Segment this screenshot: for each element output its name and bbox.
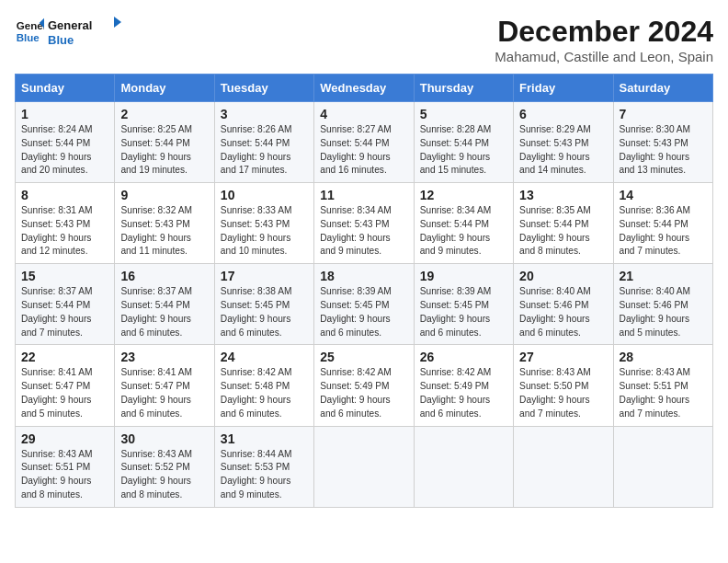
day-number: 10 [221, 188, 308, 202]
cell-info: Sunrise: 8:26 AMSunset: 5:44 PMDaylight:… [221, 123, 308, 178]
logo-icon: General Blue [15, 17, 44, 46]
calendar-header: SundayMondayTuesdayWednesdayThursdayFrid… [16, 75, 713, 102]
day-number: 16 [120, 269, 208, 283]
col-header-thursday: Thursday [414, 75, 513, 102]
cell-info: Sunrise: 8:42 AMSunset: 5:49 PMDaylight:… [420, 366, 507, 420]
cell-info: Sunrise: 8:43 AMSunset: 5:51 PMDaylight:… [21, 448, 108, 502]
header-row: SundayMondayTuesdayWednesdayThursdayFrid… [16, 75, 713, 102]
cell-info: Sunrise: 8:33 AMSunset: 5:43 PMDaylight:… [221, 204, 308, 259]
day-number: 6 [519, 107, 607, 121]
cell-info: Sunrise: 8:25 AMSunset: 5:44 PMDaylight:… [120, 123, 208, 178]
calendar-cell: 12Sunrise: 8:34 AMSunset: 5:44 PMDayligh… [414, 183, 513, 264]
calendar-body: 1Sunrise: 8:24 AMSunset: 5:44 PMDaylight… [16, 102, 713, 508]
calendar-cell: 1Sunrise: 8:24 AMSunset: 5:44 PMDaylight… [16, 102, 115, 183]
calendar-cell [314, 426, 414, 507]
calendar-cell: 13Sunrise: 8:35 AMSunset: 5:44 PMDayligh… [514, 183, 613, 264]
svg-text:General: General [48, 18, 92, 32]
calendar-cell: 29Sunrise: 8:43 AMSunset: 5:51 PMDayligh… [16, 426, 115, 507]
day-number: 3 [221, 107, 308, 121]
calendar-cell: 4Sunrise: 8:27 AMSunset: 5:44 PMDaylight… [314, 102, 414, 183]
week-row-3: 15Sunrise: 8:37 AMSunset: 5:44 PMDayligh… [16, 264, 713, 345]
calendar-cell: 20Sunrise: 8:40 AMSunset: 5:46 PMDayligh… [514, 264, 613, 345]
day-number: 27 [519, 350, 607, 364]
day-number: 14 [620, 188, 707, 202]
logo: General Blue General Blue [15, 15, 121, 48]
calendar-cell: 23Sunrise: 8:41 AMSunset: 5:47 PMDayligh… [115, 345, 214, 426]
day-number: 23 [120, 350, 208, 364]
cell-info: Sunrise: 8:34 AMSunset: 5:43 PMDaylight:… [320, 204, 407, 259]
calendar-cell: 9Sunrise: 8:32 AMSunset: 5:43 PMDaylight… [115, 183, 214, 264]
cell-info: Sunrise: 8:42 AMSunset: 5:48 PMDaylight:… [221, 366, 308, 420]
calendar-cell: 5Sunrise: 8:28 AMSunset: 5:44 PMDaylight… [414, 102, 513, 183]
cell-info: Sunrise: 8:41 AMSunset: 5:47 PMDaylight:… [21, 366, 108, 420]
day-number: 21 [620, 269, 707, 283]
day-number: 18 [320, 269, 407, 283]
calendar-cell: 17Sunrise: 8:38 AMSunset: 5:45 PMDayligh… [214, 264, 313, 345]
week-row-2: 8Sunrise: 8:31 AMSunset: 5:43 PMDaylight… [16, 183, 713, 264]
calendar-cell: 8Sunrise: 8:31 AMSunset: 5:43 PMDaylight… [16, 183, 115, 264]
week-row-5: 29Sunrise: 8:43 AMSunset: 5:51 PMDayligh… [16, 426, 713, 507]
calendar-cell: 2Sunrise: 8:25 AMSunset: 5:44 PMDaylight… [115, 102, 214, 183]
cell-info: Sunrise: 8:43 AMSunset: 5:51 PMDaylight:… [620, 366, 707, 420]
day-number: 7 [620, 107, 707, 121]
col-header-wednesday: Wednesday [314, 75, 414, 102]
cell-info: Sunrise: 8:42 AMSunset: 5:49 PMDaylight:… [320, 366, 407, 420]
cell-info: Sunrise: 8:29 AMSunset: 5:43 PMDaylight:… [519, 123, 607, 178]
cell-info: Sunrise: 8:38 AMSunset: 5:45 PMDaylight:… [221, 285, 308, 339]
calendar-cell [414, 426, 513, 507]
day-number: 22 [21, 350, 108, 364]
calendar-cell: 7Sunrise: 8:30 AMSunset: 5:43 PMDaylight… [613, 102, 712, 183]
calendar-cell: 3Sunrise: 8:26 AMSunset: 5:44 PMDaylight… [214, 102, 313, 183]
cell-info: Sunrise: 8:37 AMSunset: 5:44 PMDaylight:… [120, 285, 208, 339]
day-number: 11 [320, 188, 407, 202]
week-row-4: 22Sunrise: 8:41 AMSunset: 5:47 PMDayligh… [16, 345, 713, 426]
calendar-cell: 15Sunrise: 8:37 AMSunset: 5:44 PMDayligh… [16, 264, 115, 345]
col-header-friday: Friday [514, 75, 613, 102]
calendar-cell: 24Sunrise: 8:42 AMSunset: 5:48 PMDayligh… [214, 345, 313, 426]
calendar-cell: 25Sunrise: 8:42 AMSunset: 5:49 PMDayligh… [314, 345, 414, 426]
cell-info: Sunrise: 8:40 AMSunset: 5:46 PMDaylight:… [620, 285, 707, 339]
calendar-cell: 18Sunrise: 8:39 AMSunset: 5:45 PMDayligh… [314, 264, 414, 345]
logo-svg: General Blue [48, 15, 121, 48]
col-header-tuesday: Tuesday [214, 75, 313, 102]
calendar-cell [613, 426, 712, 507]
cell-info: Sunrise: 8:28 AMSunset: 5:44 PMDaylight:… [420, 123, 507, 178]
calendar-cell: 19Sunrise: 8:39 AMSunset: 5:45 PMDayligh… [414, 264, 513, 345]
cell-info: Sunrise: 8:36 AMSunset: 5:44 PMDaylight:… [620, 204, 707, 259]
day-number: 28 [620, 350, 707, 364]
day-number: 25 [320, 350, 407, 364]
page-title: December 2024 [495, 15, 713, 49]
svg-text:Blue: Blue [48, 33, 74, 47]
day-number: 20 [519, 269, 607, 283]
day-number: 19 [420, 269, 507, 283]
day-number: 26 [420, 350, 507, 364]
calendar-cell: 10Sunrise: 8:33 AMSunset: 5:43 PMDayligh… [214, 183, 313, 264]
calendar-cell: 26Sunrise: 8:42 AMSunset: 5:49 PMDayligh… [414, 345, 513, 426]
day-number: 1 [21, 107, 108, 121]
day-number: 12 [420, 188, 507, 202]
title-block: December 2024 Mahamud, Castille and Leon… [495, 15, 713, 64]
cell-info: Sunrise: 8:43 AMSunset: 5:52 PMDaylight:… [120, 448, 208, 502]
calendar-cell: 22Sunrise: 8:41 AMSunset: 5:47 PMDayligh… [16, 345, 115, 426]
cell-info: Sunrise: 8:32 AMSunset: 5:43 PMDaylight:… [120, 204, 208, 259]
col-header-monday: Monday [115, 75, 214, 102]
col-header-sunday: Sunday [16, 75, 115, 102]
week-row-1: 1Sunrise: 8:24 AMSunset: 5:44 PMDaylight… [16, 102, 713, 183]
cell-info: Sunrise: 8:39 AMSunset: 5:45 PMDaylight:… [420, 285, 507, 339]
day-number: 4 [320, 107, 407, 121]
cell-info: Sunrise: 8:40 AMSunset: 5:46 PMDaylight:… [519, 285, 607, 339]
day-number: 30 [120, 431, 208, 446]
cell-info: Sunrise: 8:31 AMSunset: 5:43 PMDaylight:… [21, 204, 108, 259]
page-subtitle: Mahamud, Castille and Leon, Spain [495, 49, 713, 64]
cell-info: Sunrise: 8:27 AMSunset: 5:44 PMDaylight:… [320, 123, 407, 178]
calendar-cell [514, 426, 613, 507]
calendar-cell: 14Sunrise: 8:36 AMSunset: 5:44 PMDayligh… [613, 183, 712, 264]
cell-info: Sunrise: 8:44 AMSunset: 5:53 PMDaylight:… [221, 448, 308, 502]
day-number: 5 [420, 107, 507, 121]
calendar-cell: 31Sunrise: 8:44 AMSunset: 5:53 PMDayligh… [214, 426, 313, 507]
day-number: 29 [21, 431, 108, 446]
calendar-cell: 27Sunrise: 8:43 AMSunset: 5:50 PMDayligh… [514, 345, 613, 426]
cell-info: Sunrise: 8:39 AMSunset: 5:45 PMDaylight:… [320, 285, 407, 339]
day-number: 2 [120, 107, 208, 121]
day-number: 8 [21, 188, 108, 202]
